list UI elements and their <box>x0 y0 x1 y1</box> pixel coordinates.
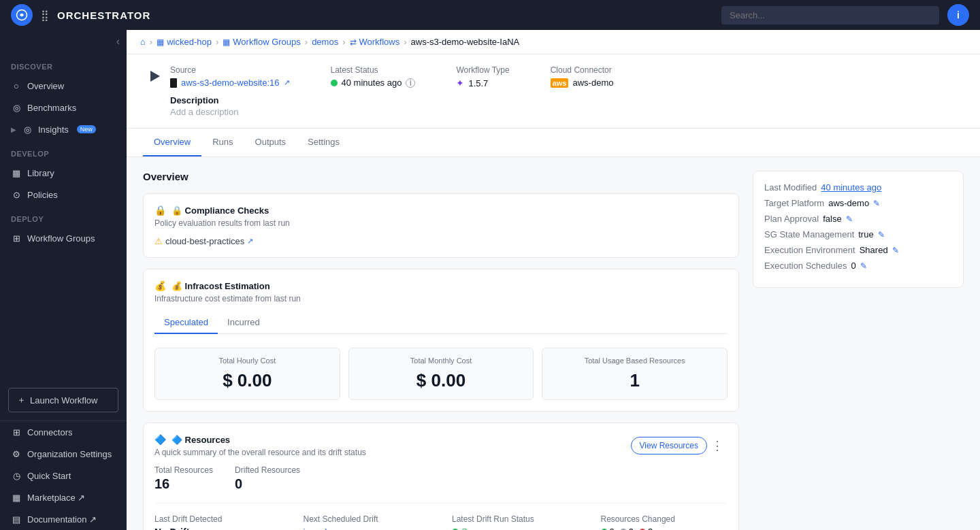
aws-icon: aws <box>551 78 569 88</box>
last-drift-label: Last Drift Detected <box>154 514 282 524</box>
launch-workflow-button[interactable]: ＋ Launch Workflow <box>8 388 118 412</box>
sg-state-edit-icon[interactable]: ✎ <box>878 230 885 239</box>
sidebar-item-insights[interactable]: ▶ ◎ Insights New <box>0 118 127 140</box>
compliance-ext-link-icon[interactable]: ↗ <box>247 237 253 246</box>
drift-counts: 0 0 0 <box>601 527 728 530</box>
workflow-header: Source aws-s3-demo-website:16 ↗ Latest S… <box>127 54 980 129</box>
sidebar: ‹ Discover ○ Overview ◎ Benchmarks ▶ ◎ I… <box>0 30 127 530</box>
target-platform-edit-icon[interactable]: ✎ <box>873 199 880 208</box>
drift-run-label: Latest Drift Run Status <box>452 514 579 524</box>
cost-tab-speculated[interactable]: Speculated <box>154 312 218 334</box>
money-emoji: 💰 <box>154 280 166 291</box>
last-drift-item: Last Drift Detected No Drift <box>154 514 282 530</box>
description-placeholder[interactable]: Add a description <box>170 107 964 117</box>
grid-icon[interactable]: ⣿ <box>41 9 49 22</box>
sidebar-collapse-btn[interactable]: ‹ <box>116 35 120 48</box>
external-link-icon[interactable]: ↗ <box>284 78 290 87</box>
description-section: Description Add a description <box>143 88 964 117</box>
resources-changed-item: Resources Changed 0 0 <box>601 514 728 530</box>
compliance-link-row: ⚠ cloud-best-practices ↗ <box>154 236 728 246</box>
topbar: ⣿ ORCHESTRATOR i <box>0 0 980 30</box>
status-info-icon[interactable]: i <box>406 78 415 88</box>
insights-icon: ◎ <box>22 124 33 135</box>
overview-section-title: Overview <box>143 171 739 182</box>
exec-env-edit-icon[interactable]: ✎ <box>892 246 899 255</box>
infracost-subtitle: Infrastructure cost estimate from last r… <box>154 294 728 303</box>
cost-tab-incurred[interactable]: Incurred <box>218 312 270 334</box>
infracost-card: 💰 💰 Infracost Estimation Infrastructure … <box>143 269 739 412</box>
next-drift-value[interactable]: in an hour <box>304 527 431 530</box>
shield-icon: ⊙ <box>11 189 22 200</box>
cloud-connector-label: Cloud Connector <box>551 65 614 75</box>
hourly-cost-label: Total Hourly Cost <box>166 357 329 365</box>
source-link[interactable]: aws-s3-demo-website:16 <box>181 78 280 88</box>
plan-approval-label: Plan Approval <box>764 214 819 224</box>
breadcrumb-demos[interactable]: demos <box>312 37 338 47</box>
insights-badge: New <box>77 125 96 133</box>
info-button[interactable]: i <box>947 4 969 26</box>
status-dot <box>331 80 338 86</box>
source-group: Source aws-s3-demo-website:16 ↗ <box>170 65 290 88</box>
breadcrumb-org[interactable]: ▦ wicked-hop <box>157 37 212 47</box>
source-value: aws-s3-demo-website:16 ↗ <box>170 78 290 88</box>
source-label: Source <box>170 65 290 75</box>
sidebar-item-documentation[interactable]: ▤ Documentation ↗ <box>0 508 127 530</box>
exec-schedules-edit-icon[interactable]: ✎ <box>860 261 867 271</box>
plan-approval-edit-icon[interactable]: ✎ <box>846 214 853 224</box>
overview-content: Overview 🔒 🔒 Compliance Checks Policy ev… <box>127 157 980 530</box>
compliance-policy-link[interactable]: cloud-best-practices <box>165 236 244 246</box>
resources-more-button[interactable]: ⋮ <box>707 437 728 454</box>
tab-runs[interactable]: Runs <box>201 129 244 156</box>
sidebar-item-workflow-groups[interactable]: ⊞ Workflow Groups <box>0 227 127 249</box>
drifted-resources-stat: Drifted Resources 0 <box>235 465 300 492</box>
hourly-cost-metric: Total Hourly Cost $ 0.00 <box>154 348 340 400</box>
breadcrumb-workflows[interactable]: ⇄ Workflows <box>350 37 400 47</box>
lock-emoji: 🔒 <box>154 205 166 216</box>
global-search-input[interactable] <box>721 6 939 24</box>
workflow-type-label: Workflow Type <box>456 65 509 75</box>
tab-overview[interactable]: Overview <box>143 129 201 156</box>
main-content: ⌂ › ▦ wicked-hop › ▦ Workflow Groups › d… <box>127 30 980 530</box>
infracost-title: 💰 💰 Infracost Estimation <box>154 280 728 291</box>
cloud-connector-group: Cloud Connector aws aws-demo <box>551 65 614 88</box>
play-workflow-button[interactable] <box>143 65 165 87</box>
sidebar-item-library[interactable]: ▦ Library <box>0 162 127 184</box>
total-resources-stat: Total Resources 16 <box>154 465 213 492</box>
sidebar-item-connectors[interactable]: ⊞ Connectors <box>0 421 127 443</box>
status-value: 40 minutes ago i <box>331 78 416 88</box>
sidebar-item-policies[interactable]: ⊙ Policies <box>0 184 127 205</box>
compliance-subtitle: Policy evaluation results from last run <box>154 218 728 228</box>
target-platform-value: aws-demo <box>828 198 869 208</box>
sidebar-item-org-settings[interactable]: ⚙ Organization Settings <box>0 443 127 465</box>
last-modified-value[interactable]: 40 minutes ago <box>821 182 881 193</box>
cloud-connector-value: aws aws-demo <box>551 78 614 88</box>
play-icon <box>150 71 160 82</box>
clock-icon: ◷ <box>11 470 22 481</box>
gear-icon: ⚙ <box>11 448 22 459</box>
breadcrumb-current: aws-s3-demo-website-IaNA <box>411 37 520 47</box>
sidebar-item-benchmarks[interactable]: ◎ Benchmarks <box>0 97 127 118</box>
tab-settings[interactable]: Settings <box>297 129 350 156</box>
usage-resources-label: Total Usage Based Resources <box>553 357 716 365</box>
total-resources-label: Total Resources <box>154 465 213 475</box>
resource-emoji: 🔷 <box>154 434 166 445</box>
monthly-cost-value: $ 0.00 <box>360 370 523 391</box>
workflow-metadata: Source aws-s3-demo-website:16 ↗ Latest S… <box>170 65 613 88</box>
tab-outputs[interactable]: Outputs <box>244 129 297 156</box>
app-logo[interactable] <box>11 4 33 26</box>
total-resources-value: 16 <box>154 476 213 492</box>
source-color-bar <box>170 78 177 88</box>
cost-tabs: Speculated Incurred <box>154 312 728 334</box>
exec-schedules-row: Execution Schedules 0 ✎ <box>764 261 952 271</box>
overview-right: Last Modified 40 minutes ago Target Plat… <box>753 171 964 530</box>
sidebar-item-marketplace[interactable]: ▦ Marketplace ↗ <box>0 486 127 508</box>
sidebar-section-deploy: Deploy <box>0 205 127 227</box>
sidebar-item-quickstart[interactable]: ◷ Quick Start <box>0 465 127 486</box>
breadcrumb-home-icon: ⌂ <box>140 37 146 47</box>
last-modified-label: Last Modified <box>764 182 817 193</box>
breadcrumb-workflow-groups[interactable]: ▦ Workflow Groups <box>223 37 300 47</box>
warning-icon: ⚠ <box>154 236 163 246</box>
sidebar-item-overview[interactable]: ○ Overview <box>0 75 127 97</box>
view-resources-button[interactable]: View Resources <box>631 437 707 454</box>
sg-state-row: SG State Management true ✎ <box>764 229 952 239</box>
